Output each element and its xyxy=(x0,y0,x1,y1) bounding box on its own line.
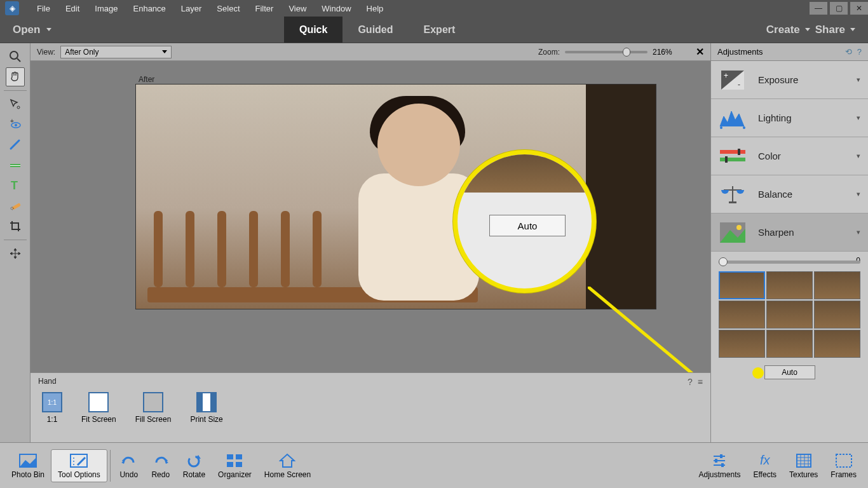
bb-label: Photo Bin xyxy=(11,470,44,479)
lighting-icon xyxy=(719,105,747,131)
bb-frames[interactable]: Frames xyxy=(824,450,863,482)
svg-point-17 xyxy=(720,126,722,129)
adjustment-label: Exposure xyxy=(758,74,845,85)
bb-label: Organizer xyxy=(218,470,252,479)
sharpen-icon xyxy=(719,220,747,245)
bb-organizer[interactable]: Organizer xyxy=(212,450,258,482)
crop-tool[interactable] xyxy=(6,217,25,236)
adjustment-lighting[interactable]: Lighting ▾ xyxy=(711,99,868,137)
adjustment-label: Sharpen xyxy=(758,227,845,238)
type-tool[interactable]: T xyxy=(6,176,25,195)
menu-filter[interactable]: Filter xyxy=(248,1,281,16)
sharpen-preset-7[interactable] xyxy=(719,330,765,358)
reset-icon[interactable]: ⟲ xyxy=(845,47,852,57)
hand-option-1to1[interactable]: 1:11:1 xyxy=(42,392,62,424)
bb-label: Frames xyxy=(831,470,857,479)
create-button[interactable]: Create xyxy=(766,24,810,36)
tool-options-icon xyxy=(69,452,88,469)
chevron-down-icon xyxy=(162,50,167,53)
bb-home-screen[interactable]: Home Screen xyxy=(258,450,317,482)
move-tool[interactable] xyxy=(6,244,25,263)
svg-line-1 xyxy=(17,58,20,62)
menu-enhance[interactable]: Enhance xyxy=(126,1,173,16)
menu-select[interactable]: Select xyxy=(209,1,247,16)
quick-select-tool[interactable] xyxy=(6,95,25,114)
mode-tab-guided[interactable]: Guided xyxy=(342,17,408,43)
sharpen-preset-8[interactable] xyxy=(766,330,813,358)
menu-image[interactable]: Image xyxy=(87,1,125,16)
svg-rect-50 xyxy=(721,463,724,467)
tool-options-panel: Hand ? ≡ 1:11:1 Fit Screen Fill Screen P… xyxy=(31,372,710,442)
straighten-tool[interactable] xyxy=(6,156,25,175)
bb-label: Adjustments xyxy=(698,470,740,479)
sharpen-preset-3[interactable] xyxy=(814,271,860,299)
zoom-slider-thumb[interactable] xyxy=(623,48,630,57)
sharpen-preset-4[interactable] xyxy=(719,301,765,329)
mode-tab-quick[interactable]: Quick xyxy=(284,17,342,43)
bb-adjustments[interactable]: Adjustments xyxy=(692,450,747,482)
mode-tab-expert[interactable]: Expert xyxy=(409,17,471,43)
share-button[interactable]: Share xyxy=(815,24,855,36)
panel-help-icon[interactable]: ? xyxy=(857,47,862,57)
bb-tool-options[interactable]: Tool Options xyxy=(51,449,107,482)
adjustment-balance[interactable]: Balance ▾ xyxy=(711,175,868,214)
chevron-down-icon xyxy=(850,28,855,31)
sharpen-auto-button[interactable]: Auto xyxy=(764,365,815,379)
panel-help-icon[interactable]: ? xyxy=(688,377,693,387)
svg-point-34 xyxy=(73,461,74,462)
frames-icon xyxy=(834,452,853,469)
svg-rect-41 xyxy=(236,454,242,459)
view-select[interactable]: After Only xyxy=(60,46,172,58)
menu-edit[interactable]: Edit xyxy=(58,1,87,16)
svg-point-18 xyxy=(743,126,745,129)
menu-view[interactable]: View xyxy=(281,1,314,16)
zoom-tool[interactable] xyxy=(6,47,25,66)
bb-effects[interactable]: fxEffects xyxy=(747,450,783,482)
sharpen-preset-6[interactable] xyxy=(814,301,860,329)
whiten-teeth-tool[interactable] xyxy=(6,135,25,154)
sharpen-preset-2[interactable] xyxy=(766,271,813,299)
bb-rotate[interactable]: Rotate xyxy=(177,450,212,482)
sharpen-slider[interactable] xyxy=(719,261,860,264)
exposure-icon: +- xyxy=(719,67,747,93)
magnifier-callout: Auto xyxy=(453,150,596,293)
zoom-slider[interactable] xyxy=(565,51,648,53)
window-minimize[interactable]: — xyxy=(810,2,827,15)
menu-window[interactable]: Window xyxy=(314,1,358,16)
sharpen-preset-9[interactable] xyxy=(814,330,860,358)
bb-undo[interactable]: Undo xyxy=(113,450,145,482)
panel-menu-icon[interactable]: ≡ xyxy=(698,377,703,387)
redeye-tool[interactable]: + xyxy=(6,115,25,134)
hand-option-label: 1:1 xyxy=(47,415,58,424)
open-button[interactable]: Open xyxy=(0,24,64,36)
hand-option-print[interactable]: Print Size xyxy=(190,392,222,424)
window-maximize[interactable]: ▢ xyxy=(830,2,848,15)
bb-textures[interactable]: Textures xyxy=(783,450,824,482)
menu-layer[interactable]: Layer xyxy=(173,1,210,16)
svg-point-33 xyxy=(73,458,74,459)
svg-text:T: T xyxy=(11,179,18,192)
sharpen-slider-thumb[interactable] xyxy=(719,257,728,266)
sharpen-preset-1[interactable] xyxy=(719,271,765,299)
bb-redo[interactable]: Redo xyxy=(145,450,177,482)
close-document[interactable]: ✕ xyxy=(696,46,704,58)
spot-heal-tool[interactable] xyxy=(6,196,25,215)
svg-rect-22 xyxy=(725,156,728,163)
window-close[interactable]: ✕ xyxy=(850,2,868,15)
photo-bin-icon xyxy=(18,452,37,469)
bb-label: Undo xyxy=(119,470,138,479)
menu-file[interactable]: File xyxy=(29,1,58,16)
hand-option-fill[interactable]: Fill Screen xyxy=(135,392,172,424)
svg-rect-42 xyxy=(227,462,233,467)
bb-photo-bin[interactable]: Photo Bin xyxy=(5,450,51,482)
adjustment-sharpen[interactable]: Sharpen ▾ xyxy=(711,214,868,252)
chevron-down-icon: ▾ xyxy=(857,114,860,122)
zoom-label: Zoom: xyxy=(538,48,560,57)
adjustment-color[interactable]: Color ▾ xyxy=(711,137,868,175)
menu-help[interactable]: Help xyxy=(359,1,391,16)
hand-tool[interactable] xyxy=(6,67,25,86)
hand-option-fit[interactable]: Fit Screen xyxy=(81,392,116,424)
canvas-area[interactable]: After Auto xyxy=(31,61,710,372)
adjustment-exposure[interactable]: +- Exposure ▾ xyxy=(711,61,868,99)
sharpen-preset-5[interactable] xyxy=(766,301,813,329)
